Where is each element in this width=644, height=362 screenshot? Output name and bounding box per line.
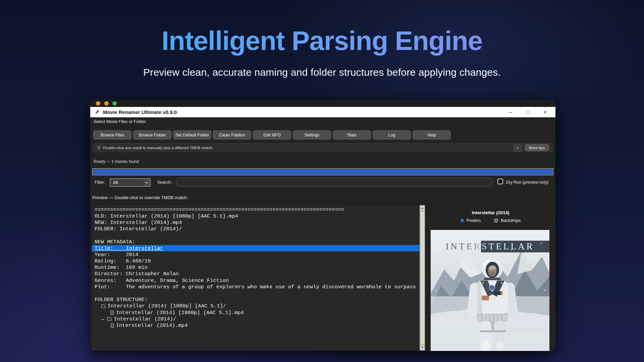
- preview-line[interactable]: Plot: The adventures of a group of explo…: [92, 284, 420, 290]
- app-window: Movie Renamer Ultimate v0.9.0 – □ × Sele…: [90, 100, 555, 351]
- preview-line[interactable]: OLD: Interstellar (2014) [1080p] [AAC 5.…: [92, 213, 420, 219]
- maximize-button[interactable]: □: [525, 107, 531, 117]
- preview-line[interactable]: Title: Interstellar: [92, 245, 420, 251]
- toolbar-button[interactable]: Browse Folder: [133, 130, 171, 139]
- search-input[interactable]: [176, 178, 492, 187]
- toolbar-button[interactable]: Browse Files: [93, 130, 131, 139]
- toolbar: Browse Files Browse Folder Set Default F…: [93, 130, 451, 139]
- line-text: Plot: The adventures of a group of explo…: [95, 284, 416, 290]
- preview-line[interactable]: FOLDER: Interstellar (2014)/: [92, 226, 420, 232]
- toolbar-button[interactable]: Settings: [293, 130, 331, 139]
- preview-line[interactable]: Interstellar (2014).mp4: [92, 322, 420, 328]
- toolbar-button[interactable]: Help: [413, 130, 451, 139]
- dry-run-checkbox[interactable]: [497, 179, 503, 184]
- line-text: Interstellar (2014) [1080p] [AAC 5.1].mp…: [116, 310, 244, 316]
- scroll-up-button[interactable]: ▲: [420, 205, 425, 211]
- artwork-radio-option[interactable]: Backdrops: [494, 218, 521, 223]
- dry-run-label: Dry Run (preview only): [506, 180, 548, 185]
- preview-line[interactable]: NEW METADATA:: [92, 239, 420, 245]
- line-text: FOLDER: Interstellar (2014)/: [95, 226, 182, 232]
- line-prefix: [95, 303, 101, 309]
- preview-line[interactable]: Genres: Adventure, Drama, Science Fictio…: [92, 277, 420, 284]
- file-icon: [110, 323, 114, 328]
- status-text: Ready — 1 movies found: [94, 159, 139, 164]
- progress-bar: [92, 168, 553, 175]
- toolbar-button[interactable]: Set Default Folder: [173, 130, 211, 139]
- vertical-scrollbar[interactable]: ▲ ▼: [420, 205, 425, 351]
- minimize-button[interactable]: –: [508, 107, 514, 117]
- progress-fill: [93, 169, 552, 174]
- line-prefix: [95, 310, 110, 316]
- scroll-down-button[interactable]: ▼: [420, 345, 425, 350]
- more-tips-button[interactable]: More tips: [525, 144, 549, 151]
- poster-image[interactable]: INTERSTELLAR: [431, 230, 549, 351]
- line-prefix: →: [95, 316, 107, 322]
- artwork-radio-group: Posters Backdrops: [431, 218, 550, 223]
- preview-lines: ========================================…: [92, 206, 420, 329]
- radio-label: Backdrops: [501, 218, 521, 223]
- preview-line[interactable]: [92, 232, 420, 239]
- lightbulb-icon: [97, 145, 101, 150]
- python-icon: [95, 110, 100, 115]
- tip-text: Double-click any result to manually pick…: [103, 146, 213, 150]
- line-text: NEW: Interstellar (2014).mp4: [95, 220, 182, 226]
- preview-line[interactable]: Year: 2014: [92, 251, 420, 258]
- preview-line[interactable]: Interstellar (2014) [1080p] [AAC 5.1].mp…: [92, 309, 420, 316]
- filter-dropdown-value: All: [110, 180, 143, 185]
- preview-line[interactable]: Runtime: 169 min: [92, 264, 420, 271]
- select-files-label: Select Movie Files or Folder:: [94, 119, 147, 124]
- preview-label: Preview — Double-click to override TMDB …: [92, 195, 188, 200]
- line-text: Year: 2014: [95, 252, 138, 258]
- line-text: FOLDER STRUCTURE:: [95, 297, 148, 303]
- preview-line[interactable]: Rating: 8.468/10: [92, 258, 420, 264]
- window-title: Movie Renamer Ultimate v0.9.0: [103, 109, 177, 115]
- line-text: ========================================…: [95, 207, 344, 213]
- line-text: Interstellar (2014)/: [114, 316, 176, 322]
- toolbar-button[interactable]: Edit NFO: [253, 130, 291, 139]
- preview-line[interactable]: FOLDER STRUCTURE:: [92, 297, 420, 303]
- radio-icon[interactable]: [494, 219, 498, 223]
- toolbar-button[interactable]: Stats: [333, 130, 371, 139]
- tip-dismiss-button[interactable]: ×: [513, 144, 522, 151]
- radio-icon[interactable]: [461, 219, 464, 222]
- line-text: Title: Interstellar: [95, 245, 163, 251]
- line-text: Interstellar (2014).mp4: [116, 322, 188, 328]
- preview-line[interactable]: ========================================…: [92, 206, 420, 213]
- filter-dropdown[interactable]: All: [110, 178, 151, 187]
- traffic-light-bar: [90, 100, 555, 107]
- toolbar-button[interactable]: Clean Folders: [213, 130, 251, 139]
- toolbar-button[interactable]: Log: [373, 130, 411, 139]
- folder-icon: [107, 317, 112, 321]
- line-text: NEW METADATA:: [95, 239, 135, 245]
- tip-bar: Double-click any result to manually pick…: [93, 143, 553, 152]
- preview-line[interactable]: Interstellar (2014) [1080p] [AAC 5.1]/: [92, 303, 420, 309]
- line-text: Runtime: 169 min: [95, 264, 148, 270]
- preview-results: ========================================…: [92, 205, 425, 351]
- preview-line[interactable]: → Interstellar (2014)/: [92, 316, 420, 322]
- window-titlebar: Movie Renamer Ultimate v0.9.0 – □ ×: [90, 107, 555, 117]
- traffic-light-minimize[interactable]: [104, 101, 109, 106]
- folder-icon: [101, 304, 106, 308]
- close-button[interactable]: ×: [542, 107, 548, 117]
- filter-label: Filter:: [95, 180, 105, 185]
- line-prefix: [95, 322, 110, 328]
- chevron-down-icon: [143, 179, 150, 186]
- line-text: Rating: 8.468/10: [95, 258, 151, 264]
- scrollbar-thumb[interactable]: [420, 212, 425, 344]
- traffic-light-zoom[interactable]: [112, 101, 117, 106]
- traffic-light-close[interactable]: [96, 101, 100, 106]
- line-text: Genres: Adventure, Drama, Science Fictio…: [95, 278, 229, 284]
- preview-line[interactable]: [92, 290, 420, 296]
- movie-title: Interstellar (2014): [431, 210, 550, 215]
- search-label: Search:: [157, 180, 172, 185]
- page-subtitle: Preview clean, accurate naming and folde…: [0, 67, 644, 78]
- line-text: Director: Christopher Nolan: [95, 271, 179, 277]
- file-icon: [110, 310, 114, 315]
- preview-line[interactable]: NEW: Interstellar (2014).mp4: [92, 219, 420, 226]
- artwork-radio-option[interactable]: Posters: [461, 218, 481, 223]
- line-text: OLD: Interstellar (2014) [1080p] [AAC 5.…: [95, 213, 238, 219]
- radio-label: Posters: [467, 218, 481, 223]
- page-title: Intelligent Parsing Engine: [0, 26, 644, 56]
- preview-line[interactable]: Director: Christopher Nolan: [92, 271, 420, 277]
- line-text: Interstellar (2014) [1080p] [AAC 5.1]/: [108, 303, 226, 309]
